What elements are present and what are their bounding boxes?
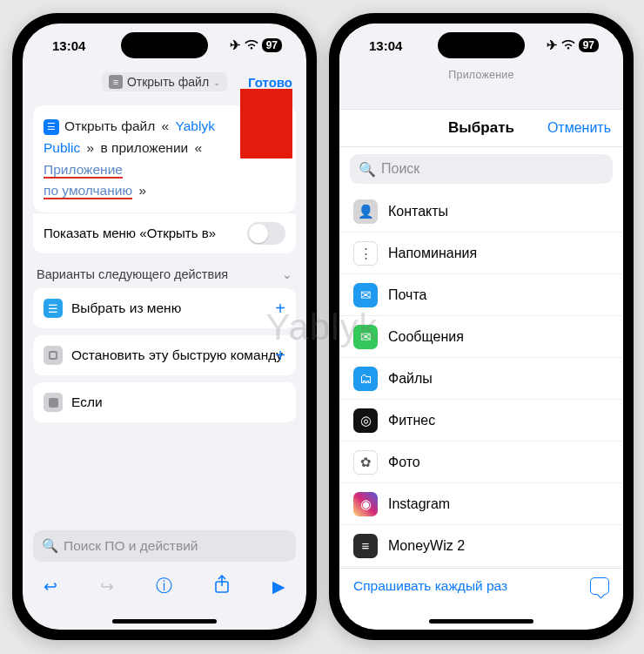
search-placeholder: Поиск ПО и действий (64, 538, 198, 554)
search-icon: 🔍 (42, 538, 58, 554)
search-placeholder: Поиск (381, 161, 419, 177)
app-name: Напоминания (388, 246, 477, 261)
wifi-icon (561, 38, 575, 53)
info-button[interactable]: ⓘ (156, 575, 172, 597)
suggestion-row-menu[interactable]: ☰ Выбрать из меню + (33, 288, 296, 328)
phone-right: 13:04 ✈ 97 Приложение Выбрать Отменить 🔍… (329, 13, 634, 640)
home-indicator[interactable] (112, 619, 217, 624)
suggestion-label: Остановить эту быструю команду (71, 347, 283, 363)
suggestions-header[interactable]: Варианты следующего действия ⌄ (33, 253, 296, 288)
app-token[interactable]: Приложение (44, 162, 123, 179)
home-indicator[interactable] (429, 619, 533, 624)
action-verb: Открыть файл (64, 118, 155, 133)
app-row[interactable]: ⋮Напоминания (339, 233, 623, 274)
app-name: Сообщения (388, 329, 464, 345)
play-button[interactable]: ▶ (272, 576, 285, 597)
add-icon[interactable]: + (275, 346, 285, 366)
chevron-down-icon: ⌄ (213, 78, 220, 87)
suggestion-label: Если (71, 394, 103, 410)
search-apps-input[interactable]: 🔍 Поиск (350, 154, 613, 184)
file-token-2[interactable]: Public (44, 140, 80, 155)
app-icon: ◎ (353, 408, 378, 433)
wifi-icon (245, 38, 258, 53)
app-row[interactable]: 🗂Файлы (339, 358, 623, 400)
app-name: Instagram (388, 496, 450, 512)
share-button[interactable] (214, 575, 230, 598)
annotation-arrow (240, 89, 292, 158)
app-icon: ✿ (353, 450, 378, 475)
file-token-1[interactable]: Yablyk (176, 118, 215, 133)
app-name: Фитнес (388, 413, 435, 428)
app-icon: ✉ (353, 283, 378, 307)
dynamic-island (438, 32, 525, 58)
app-icon: 🗂 (353, 367, 378, 391)
app-icon: ⋮ (353, 241, 378, 266)
redo-button: ↪ (100, 576, 114, 597)
app-default-token[interactable]: по умолчанию (44, 183, 132, 199)
shortcut-title: Открыть файл (127, 75, 209, 89)
suggestion-label: Выбрать из меню (71, 300, 181, 316)
app-name: Контакты (388, 204, 448, 219)
open-quote-2: « (192, 140, 205, 155)
if-icon (44, 393, 63, 412)
app-row[interactable]: ◉Instagram (339, 483, 623, 525)
screen-left: 13:04 ✈ 97 Открыть файл ⌄ Готово ✕ Откр (23, 24, 306, 630)
app-icon: ≡ (353, 534, 378, 558)
app-icon: 👤 (353, 199, 378, 224)
app-list[interactable]: 👤Контакты⋮Напоминания✉Почта✉Сообщения🗂Фа… (339, 191, 623, 577)
app-row[interactable]: ✉Почта (339, 274, 623, 316)
suggestion-row-stop[interactable]: Остановить эту быструю команду + (33, 335, 296, 375)
menu-icon: ☰ (44, 299, 63, 318)
app-name: Фото (388, 455, 420, 470)
airplane-icon: ✈ (547, 37, 558, 53)
suggestions-title: Варианты следующего действия (37, 267, 228, 281)
bottom-toolbar: ↩ ↪ ⓘ ▶ (23, 567, 306, 605)
phone-left: 13:04 ✈ 97 Открыть файл ⌄ Готово ✕ Откр (12, 13, 317, 640)
app-name: Файлы (388, 371, 433, 387)
status-icons: ✈ 97 (230, 37, 282, 53)
action-type-icon (44, 119, 59, 135)
airplane-icon: ✈ (230, 37, 241, 53)
shortcut-icon (109, 75, 123, 89)
app-name: Почта (388, 287, 426, 303)
chevron-down-icon: ⌄ (282, 267, 292, 281)
app-row[interactable]: ✉Сообщения (339, 316, 623, 358)
suggestion-row-if[interactable]: Если (33, 382, 296, 422)
app-row[interactable]: 👤Контакты (339, 191, 623, 233)
app-name: MoneyWiz 2 (388, 538, 465, 554)
cancel-button[interactable]: Отменить (547, 120, 611, 136)
show-menu-toggle[interactable] (247, 222, 285, 245)
stop-icon (44, 346, 63, 365)
add-icon[interactable]: + (275, 299, 285, 319)
status-time: 13:04 (369, 38, 402, 53)
battery-level: 97 (579, 38, 599, 52)
show-menu-row: Показать меню «Открыть в» (33, 212, 296, 253)
screen-right: 13:04 ✈ 97 Приложение Выбрать Отменить 🔍… (339, 24, 623, 630)
close-quote-1: » (84, 140, 97, 155)
undo-button[interactable]: ↩ (44, 576, 57, 597)
search-icon: 🔍 (359, 161, 376, 178)
toggle-label: Показать меню «Открыть в» (44, 226, 216, 242)
ask-each-time-row[interactable]: Спрашивать каждый раз (339, 568, 623, 603)
app-row[interactable]: ◎Фитнес (339, 400, 623, 442)
action-mid-text: в приложении (100, 140, 188, 155)
sheet-subtitle: Приложение (339, 67, 623, 81)
battery-level: 97 (262, 38, 282, 52)
status-time: 13:04 (52, 38, 85, 53)
app-row[interactable]: ✿Фото (339, 442, 623, 483)
shortcut-title-pill[interactable]: Открыть файл ⌄ (102, 72, 227, 91)
app-icon: ✉ (353, 325, 378, 349)
dynamic-island (121, 32, 208, 58)
picker-header: Выбрать Отменить (339, 109, 623, 147)
close-quote-2: » (136, 183, 149, 198)
status-icons: ✈ 97 (547, 37, 599, 53)
open-quote-1: « (159, 118, 172, 133)
picker-title: Выбрать (448, 119, 514, 137)
speech-icon (590, 577, 609, 595)
ask-each-time-label: Спрашивать каждый раз (353, 578, 507, 594)
app-row[interactable]: ≡MoneyWiz 2 (339, 525, 623, 567)
app-icon: ◉ (353, 492, 378, 516)
search-actions-bar[interactable]: 🔍 Поиск ПО и действий (33, 530, 296, 562)
done-button[interactable]: Готово (248, 75, 292, 90)
